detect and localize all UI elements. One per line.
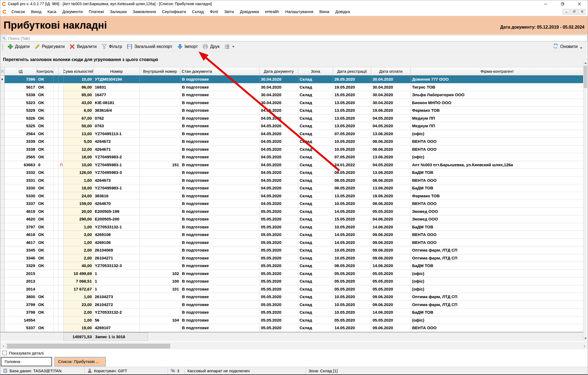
- scroll-down-button[interactable]: [583, 336, 587, 341]
- menu-item-документи[interactable]: Документи: [59, 8, 86, 15]
- table-row[interactable]: 3800OK1,0026104273В подготовке05.05.2020…: [0, 293, 584, 301]
- menu-item-звіти[interactable]: Звіти: [221, 8, 237, 15]
- menu-item-платежі[interactable]: Платежі: [86, 8, 107, 15]
- menu-item-сертифікати[interactable]: Сертифікати: [159, 8, 189, 15]
- column-header-num[interactable]: Номер: [93, 67, 140, 75]
- table-row[interactable]: 5326OK67,000762В подготовке04.05.2020Скл…: [0, 114, 584, 122]
- table-row[interactable]: 3330OK18,00YZ70495983-1В подготовке04.05…: [0, 184, 584, 192]
- minimize-button[interactable]: [537, 0, 554, 7]
- menu-item-вихід[interactable]: Вихід: [28, 8, 44, 15]
- cell-dreg: 08.05.2020: [333, 262, 371, 270]
- menu-item-налаштування[interactable]: Налаштування: [282, 8, 316, 15]
- table-row[interactable]: 4618OK3,004269108В подготовке05.05.2020С…: [0, 231, 584, 239]
- delete-button[interactable]: Видалити: [67, 43, 99, 50]
- table-row[interactable]: 3339OK5,004264672В подготовке04.05.2020С…: [0, 138, 584, 146]
- table-row[interactable]: 2565OK18,00YZ70495983-2В подготовке04.05…: [0, 153, 584, 161]
- table-row[interactable]: 201417 672,671101В подготовке05.05.2020С…: [0, 285, 584, 293]
- column-header-firm[interactable]: Фірма-контрагент: [411, 67, 584, 75]
- child-minimize-button[interactable]: [563, 9, 570, 14]
- print-button[interactable]: Друк: [200, 43, 222, 50]
- table-row[interactable]: 2564OK13,00YZ70495113-1В подготовке04.05…: [0, 130, 584, 138]
- export-button[interactable]: Загальний експорт: [124, 43, 175, 50]
- table-row[interactable]: 201510 499,691102В подготовке05.05.2020С…: [0, 270, 584, 278]
- column-header-dpay[interactable]: Дата оплати: [371, 67, 411, 75]
- scroll-up-button[interactable]: [583, 60, 587, 65]
- table-row[interactable]: 5325OK50,000763В подготовке04.05.2020Скл…: [0, 122, 584, 130]
- menu-item-ehealth[interactable]: eHealth: [262, 8, 282, 15]
- column-header-c2[interactable]: [59, 67, 63, 75]
- table-row[interactable]: 3332OK126,00YZ70495983-3В подготовке04.0…: [0, 169, 584, 177]
- table-row[interactable]: 3338OK12,004264671В подготовке04.05.2020…: [0, 146, 584, 153]
- table-row[interactable]: 5337OK19,004269107В подготовке05.05.2020…: [0, 324, 584, 332]
- column-header-state[interactable]: Стан документа: [181, 67, 260, 75]
- show-details-checkbox[interactable]: [2, 351, 7, 355]
- column-header-c1[interactable]: [54, 67, 59, 75]
- menu-item-замовлення[interactable]: Замовлення: [130, 8, 159, 15]
- restore-button[interactable]: [554, 0, 571, 7]
- column-header-id[interactable]: ІД: [5, 67, 37, 75]
- cell-c1: [54, 254, 59, 262]
- vertical-scrollbar-thumb[interactable]: [584, 66, 587, 88]
- table-row[interactable]: 3346OK2,0026104271В подготовке05.05.2020…: [0, 254, 584, 262]
- column-header-qty[interactable]: Сума кількостей: [63, 67, 93, 75]
- horizontal-scrollbar-thumb[interactable]: [7, 344, 170, 349]
- table-row[interactable]: 5329OK6,00383616/4В подготовке04.05.2020…: [0, 107, 584, 114]
- column-header-zone[interactable]: Зона: [298, 67, 333, 75]
- menu-item-список[interactable]: Список: [8, 8, 28, 15]
- add-button[interactable]: Додати: [5, 43, 32, 50]
- search-input[interactable]: [7, 36, 587, 41]
- vertical-scrollbar[interactable]: [583, 60, 587, 341]
- table-row[interactable]: 5338OK85,0016477В подготовке30.04.2020Ск…: [0, 91, 584, 99]
- table-row[interactable]: 4620OK290,00E200505-200В подготовке05.05…: [0, 215, 584, 223]
- child-restore-button[interactable]: [571, 9, 578, 14]
- cell-firm: ВЕНТА ООО: [411, 200, 584, 207]
- cell-firm: (офіс): [411, 153, 584, 161]
- table-row[interactable]: 3797OK1,00YZ70533132-1В подготовке05.05.…: [0, 223, 584, 231]
- refresh-button[interactable]: Оновити: [553, 43, 586, 50]
- tab-list-invoices[interactable]: Список: Прибуткові ...: [54, 357, 106, 366]
- cell-c2: [59, 215, 63, 223]
- tab-main[interactable]: Головна: [1, 357, 52, 366]
- close-button[interactable]: [571, 0, 588, 7]
- menu-item-залишки[interactable]: Залишки: [107, 8, 130, 15]
- chevron-down-icon[interactable]: [232, 46, 234, 47]
- import-button[interactable]: Імпорт: [175, 43, 200, 50]
- horizontal-scrollbar[interactable]: ‹ ›: [0, 343, 588, 349]
- table-row[interactable]: 3329OK40,00YZ70533132-3В подготовке05.05…: [0, 262, 584, 270]
- cell-qty: 20,00: [63, 208, 93, 215]
- table-row[interactable]: 5323OK43,00KIE-08181В подготовке30.04.20…: [0, 99, 584, 107]
- column-header-ctrl[interactable]: Контроль: [37, 67, 54, 75]
- column-header-dreg[interactable]: Дата реєстрації: [333, 67, 371, 75]
- child-close-button[interactable]: [578, 9, 586, 14]
- table-row[interactable]: 636630П10,00YZ70495983-1151В подготовке0…: [0, 161, 584, 169]
- menu-item-вікна[interactable]: Вікна: [316, 8, 333, 15]
- edit-button[interactable]: Редагувати: [32, 43, 67, 50]
- table-row[interactable]: 5617OK86,0016831В подготовке30.04.2020Ск…: [0, 83, 584, 91]
- cell-zone: Склад: [298, 293, 333, 301]
- menu-item-філії[interactable]: Філії: [207, 8, 221, 15]
- table-row[interactable]: 145541,0056104В подготовке05.05.2020Скла…: [0, 316, 584, 324]
- menu-item-каса[interactable]: Каса: [44, 8, 59, 15]
- scroll-left-button[interactable]: ‹: [0, 343, 7, 349]
- table-row[interactable]: 4617OK1,004269106В подготовке05.05.2020С…: [0, 239, 584, 247]
- toolbar-grip-handle[interactable]: [2, 44, 3, 50]
- column-header-inum[interactable]: Внутрішній номер: [140, 67, 181, 75]
- menu-item-склад[interactable]: Склад: [189, 8, 207, 15]
- menu-item-довідка[interactable]: Довідка: [332, 8, 353, 15]
- table-row[interactable]: 20137 068,511100В подготовке05.05.2020Ск…: [0, 277, 584, 285]
- table-row[interactable]: 5330OK24,00383616В подготовке04.05.2020С…: [0, 192, 584, 200]
- table-row[interactable]: 3337OK159,004264670В подготовке04.05.202…: [0, 200, 584, 208]
- table-row[interactable]: 4619OK20,00E200505-199В подготовке05.05.…: [0, 208, 584, 216]
- table-row[interactable]: 3345OK2,0026104069В подготовке05.05.2020…: [0, 246, 584, 254]
- table-row[interactable]: 3798OK2,00YZ70533132-2В подготовке05.05.…: [0, 309, 584, 316]
- menu-item-довідники[interactable]: Довідники: [237, 8, 262, 15]
- filter-button[interactable]: Фільтр: [99, 43, 124, 50]
- chevron-down-icon[interactable]: [580, 47, 582, 49]
- scroll-right-button[interactable]: ›: [581, 343, 588, 349]
- table-row[interactable]: 7396OK10,00УТДМ0304194В подготовке30.04.…: [0, 75, 584, 83]
- column-header-ddoc[interactable]: Дата документу: [260, 67, 298, 75]
- table-row[interactable]: 3799OK23,0026104272В подготовке05.05.202…: [0, 301, 584, 309]
- cell-zone: Склад: [298, 200, 333, 207]
- view-options-button[interactable]: [222, 43, 237, 50]
- table-row[interactable]: 3331OK1,004264673В подготовке04.05.2020С…: [0, 177, 584, 185]
